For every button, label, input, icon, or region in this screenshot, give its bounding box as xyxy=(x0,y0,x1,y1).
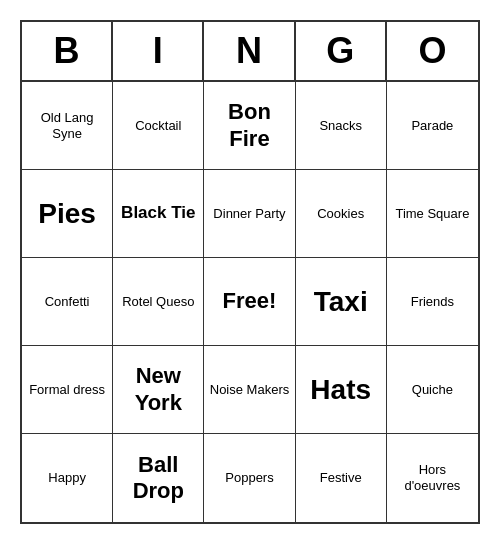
bingo-cell: Happy xyxy=(22,434,113,522)
bingo-cell: Time Square xyxy=(387,170,478,258)
bingo-cell: Old Lang Syne xyxy=(22,82,113,170)
bingo-cell: Confetti xyxy=(22,258,113,346)
bingo-cell-text: Friends xyxy=(391,294,474,310)
bingo-cell-text: Bon Fire xyxy=(208,99,290,152)
bingo-cell: Snacks xyxy=(296,82,387,170)
bingo-cell-text: Noise Makers xyxy=(208,382,290,398)
bingo-cell-text: Ball Drop xyxy=(117,452,199,505)
bingo-header-letter: B xyxy=(22,22,113,80)
bingo-cell-text: Hors d'oeuvres xyxy=(391,462,474,493)
bingo-cell-text: Pies xyxy=(26,197,108,231)
bingo-cell-text: Poppers xyxy=(208,470,290,486)
bingo-cell-text: Cocktail xyxy=(117,118,199,134)
bingo-cell-text: Happy xyxy=(26,470,108,486)
bingo-cell-text: Hats xyxy=(300,373,382,407)
bingo-cell: Taxi xyxy=(296,258,387,346)
bingo-cell-text: Free! xyxy=(208,288,290,314)
bingo-cell: Parade xyxy=(387,82,478,170)
bingo-grid: Old Lang SyneCocktailBon FireSnacksParad… xyxy=(22,82,478,522)
bingo-cell: Formal dress xyxy=(22,346,113,434)
bingo-header-letter: G xyxy=(296,22,387,80)
bingo-cell: Quiche xyxy=(387,346,478,434)
bingo-cell: Friends xyxy=(387,258,478,346)
bingo-cell: Free! xyxy=(204,258,295,346)
bingo-header: BINGO xyxy=(22,22,478,82)
bingo-cell: Noise Makers xyxy=(204,346,295,434)
bingo-cell-text: Old Lang Syne xyxy=(26,110,108,141)
bingo-cell: Rotel Queso xyxy=(113,258,204,346)
bingo-card: BINGO Old Lang SyneCocktailBon FireSnack… xyxy=(20,20,480,524)
bingo-cell-text: Black Tie xyxy=(117,203,199,223)
bingo-cell-text: Snacks xyxy=(300,118,382,134)
bingo-cell: New York xyxy=(113,346,204,434)
bingo-cell-text: Time Square xyxy=(391,206,474,222)
bingo-cell: Hats xyxy=(296,346,387,434)
bingo-header-letter: N xyxy=(204,22,295,80)
bingo-cell-text: Cookies xyxy=(300,206,382,222)
bingo-cell-text: Confetti xyxy=(26,294,108,310)
bingo-cell: Festive xyxy=(296,434,387,522)
bingo-cell-text: Dinner Party xyxy=(208,206,290,222)
bingo-header-letter: O xyxy=(387,22,478,80)
bingo-cell: Cocktail xyxy=(113,82,204,170)
bingo-cell: Pies xyxy=(22,170,113,258)
bingo-cell-text: Formal dress xyxy=(26,382,108,398)
bingo-cell: Dinner Party xyxy=(204,170,295,258)
bingo-cell: Poppers xyxy=(204,434,295,522)
bingo-header-letter: I xyxy=(113,22,204,80)
bingo-cell-text: Parade xyxy=(391,118,474,134)
bingo-cell-text: Rotel Queso xyxy=(117,294,199,310)
bingo-cell: Ball Drop xyxy=(113,434,204,522)
bingo-cell-text: New York xyxy=(117,363,199,416)
bingo-cell-text: Quiche xyxy=(391,382,474,398)
bingo-cell: Hors d'oeuvres xyxy=(387,434,478,522)
bingo-cell-text: Festive xyxy=(300,470,382,486)
bingo-cell: Cookies xyxy=(296,170,387,258)
bingo-cell-text: Taxi xyxy=(300,285,382,319)
bingo-cell: Bon Fire xyxy=(204,82,295,170)
bingo-cell: Black Tie xyxy=(113,170,204,258)
